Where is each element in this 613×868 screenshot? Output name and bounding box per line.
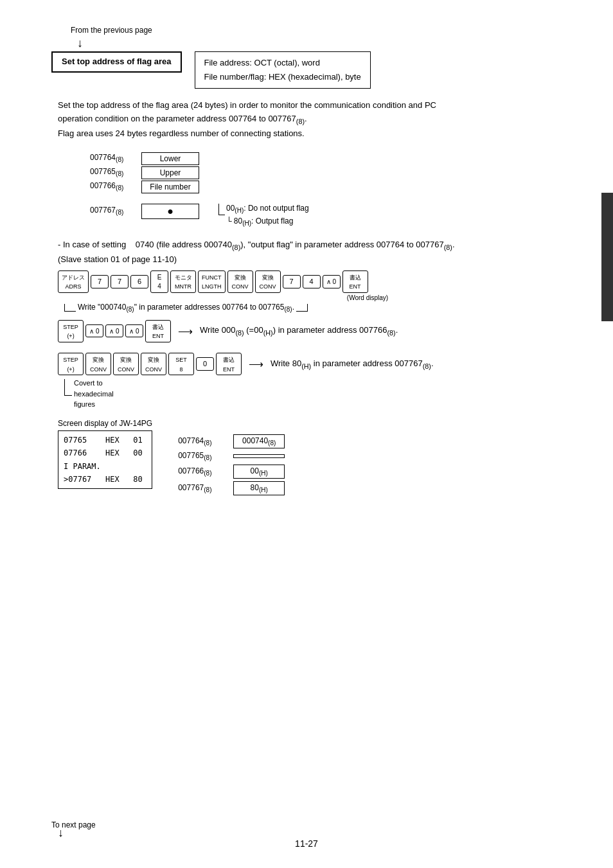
result-row-2: 007765(8) xyxy=(178,451,285,461)
page-number: 11-27 xyxy=(295,838,318,849)
write-note1-row: Write "000740(8)" in parameter addresses… xyxy=(64,303,574,313)
key-0c: ∧ 0 xyxy=(105,324,123,337)
kbd-row1: アドレスADRS 7 7 6 E4 モニタMNTR FUNCTLNGTH 変換C… xyxy=(58,270,574,293)
label-upper: Upper xyxy=(141,166,199,179)
result-row-4: 007767(8) 80(H) xyxy=(178,481,285,495)
key-4: 4 xyxy=(303,275,321,288)
desc-line3: Flag area uses 24 bytes regardless numbe… xyxy=(58,127,574,141)
from-prev-label: From the previous page xyxy=(71,26,574,35)
dot-cell: ● xyxy=(141,204,199,219)
description-text: Set the top address of the flag area (24… xyxy=(58,99,574,141)
key-conv1: 変換CONV xyxy=(227,270,253,293)
flag-note-80-row: └ 80(H): Output flag xyxy=(218,217,309,227)
result-row-1: 007764(8) 000740(8) xyxy=(178,434,285,448)
key-lngth: FUNCTLNGTH xyxy=(198,270,226,293)
res-val-3: 00(H) xyxy=(233,465,285,479)
flag-note-0: 00(H): Do not output flag xyxy=(226,204,309,214)
key-adrs: アドレスADRS xyxy=(58,270,89,293)
key-conv3: 変換CONV xyxy=(85,353,111,375)
res-val-1: 000740(8) xyxy=(233,434,285,448)
flag-note-80: └ 80(H): Output flag xyxy=(226,217,293,227)
write-result2: Write 000(8) (=00(H)) in parameter addre… xyxy=(200,325,398,337)
addr-row-2: 007765(8) Upper xyxy=(90,166,574,179)
word-display-text: (Word display) xyxy=(161,294,574,301)
title-box: Set top address of flag area xyxy=(51,51,182,73)
key-step1: STEP(+) xyxy=(58,320,84,342)
key-conv5: 変換CONV xyxy=(141,353,166,375)
key-conv2: 変換CONV xyxy=(255,270,281,293)
key-conv4: 変換CONV xyxy=(113,353,139,375)
case-text: - In case of setting 0740 (file address … xyxy=(58,238,574,267)
label-filenumber: File number xyxy=(141,181,199,193)
key-0e: 0 xyxy=(196,357,214,370)
covert-bracket: Covert tohexadecimalfigures xyxy=(64,378,574,410)
key-0d: ∧ 0 xyxy=(125,324,143,337)
flag-row: 007767(8) ● xyxy=(90,204,199,219)
res-addr-3: 007766(8) xyxy=(178,466,229,477)
side-bar-decoration xyxy=(601,193,613,321)
key-mntr: モニタMNTR xyxy=(170,270,196,293)
key-0a: ∧ 0 xyxy=(323,275,341,288)
result-table: 007764(8) 000740(8) 007765(8) 007766(8) … xyxy=(178,434,285,499)
arrow-down-top: ↓ xyxy=(77,37,574,49)
key-0b: ∧ 0 xyxy=(85,324,103,337)
res-addr-2: 007765(8) xyxy=(178,451,229,461)
kbd-row2: STEP(+) ∧ 0 ∧ 0 ∧ 0 書込ENT ⟶ Write 000(8)… xyxy=(58,320,574,342)
key-ent2: 書込ENT xyxy=(145,320,171,342)
desc-line2: operation condition on the parameter add… xyxy=(58,112,574,127)
key-7a: 7 xyxy=(91,275,109,288)
key-ent3: 書込ENT xyxy=(216,353,242,375)
flag-note-line: 00(H): Do not output flag xyxy=(218,204,309,215)
res-addr-4: 007767(8) xyxy=(178,483,229,493)
addr-3: 007766(8) xyxy=(90,181,141,191)
key-6: 6 xyxy=(130,275,148,288)
key-ent1: 書込ENT xyxy=(342,270,368,293)
key-set8: SET8 xyxy=(168,353,194,375)
label-lower: Lower xyxy=(141,152,199,165)
page-container: From the previous page ↓ Set top address… xyxy=(0,0,613,868)
key-e4: E4 xyxy=(150,270,168,293)
word-display-label: アドレスADRS 7 7 6 E4 モニタMNTR FUNCTLNGTH 変換C… xyxy=(58,270,574,301)
covert-note-area: Covert tohexadecimalfigures xyxy=(64,378,574,410)
header-row: Set top address of flag area File addres… xyxy=(51,51,574,89)
addr-4: 007767(8) xyxy=(90,206,141,216)
addr-row-3: 007766(8) File number xyxy=(90,181,574,193)
res-val-4: 80(H) xyxy=(233,481,285,495)
write-note1: Write "000740(8)" in parameter addresses… xyxy=(78,303,294,313)
screen-display-area: Screen display of JW-14PG 07765 HEX 01 0… xyxy=(58,419,152,499)
addr-1: 007764(8) xyxy=(90,153,141,163)
flag-area: 007767(8) ● 00(H): Do not output flag └ … xyxy=(90,204,574,227)
desc-line1: Set the top address of the flag area (24… xyxy=(58,99,574,112)
res-addr-1: 007764(8) xyxy=(178,436,229,447)
key-7c: 7 xyxy=(283,275,301,288)
addr-2: 007765(8) xyxy=(90,167,141,177)
arrow-down-bottom: ↓ xyxy=(58,826,64,840)
file-info-line2: File number/flag: HEX (hexadecimal), byt… xyxy=(204,70,361,84)
key-step2: STEP(+) xyxy=(58,353,84,375)
screen-section: Screen display of JW-14PG 07765 HEX 01 0… xyxy=(58,419,574,499)
res-val-2 xyxy=(233,454,285,458)
case-line2: (Slave station 01 of page 11-10) xyxy=(58,253,574,267)
result-row-3: 007766(8) 00(H) xyxy=(178,465,285,479)
addr-row-1: 007764(8) Lower xyxy=(90,152,574,165)
screen-title: Screen display of JW-14PG xyxy=(58,419,152,428)
arrow-right2: ⟶ xyxy=(249,358,263,370)
write-result3: Write 80(H) in parameter address 007767(… xyxy=(271,359,434,370)
key-7b: 7 xyxy=(111,275,129,288)
covert-text: Covert tohexadecimalfigures xyxy=(74,378,114,410)
screen-code: 07765 HEX 01 07766 HEX 00 I PARAM. >0776… xyxy=(58,430,152,490)
kbd-row3: STEP(+) 変換CONV 変換CONV 変換CONV SET8 0 書込EN… xyxy=(58,353,574,375)
case-line1: - In case of setting 0740 (file address … xyxy=(58,238,574,253)
file-info-box: File address: OCT (octal), word File num… xyxy=(195,51,371,89)
address-table: 007764(8) Lower 007765(8) Upper 007766(8… xyxy=(90,152,574,193)
flag-notes: 00(H): Do not output flag └ 80(H): Outpu… xyxy=(218,204,309,227)
arrow-right1: ⟶ xyxy=(178,325,193,337)
file-info-line1: File address: OCT (octal), word xyxy=(204,56,361,70)
